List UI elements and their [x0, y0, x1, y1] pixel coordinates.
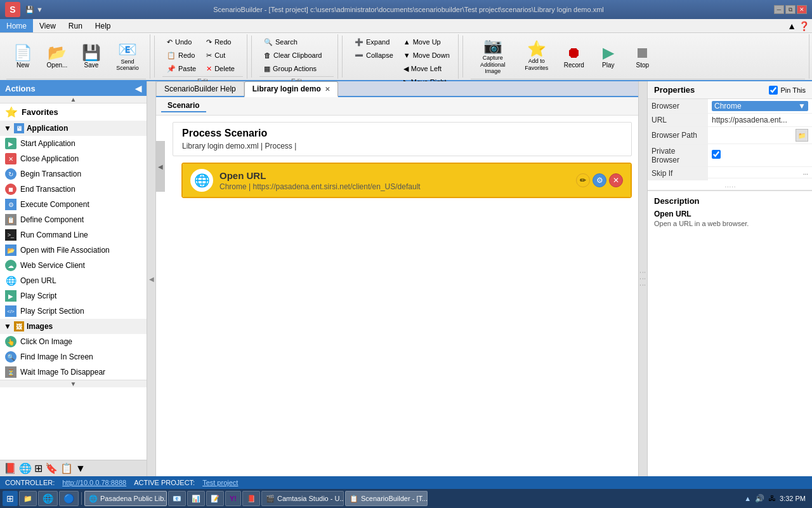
taskbar-excel[interactable]: 📊	[187, 491, 205, 506]
table-icon[interactable]: ⊞	[34, 462, 43, 474]
delete-button[interactable]: ✕ Delete	[202, 62, 239, 75]
web-icon[interactable]: 🌐	[19, 462, 32, 474]
action-delete-icon[interactable]: ✕	[609, 173, 623, 187]
move-down-button[interactable]: ▼ Move Down	[399, 49, 454, 62]
left-collapse-handle[interactable]: ◀	[147, 81, 156, 476]
new-button[interactable]: 📄 New	[6, 36, 39, 77]
minimize-button[interactable]: ─	[774, 5, 784, 14]
restore-button[interactable]: ⧉	[785, 5, 796, 14]
menu-help[interactable]: Help	[89, 19, 117, 32]
taskbar-yahoo[interactable]: Y!	[225, 491, 241, 506]
sidebar-item-close-application[interactable]: ✕ Close Application	[0, 151, 147, 166]
action-block-open-url[interactable]: 🌐 Open URL Chrome | https://pasadena.ent…	[181, 163, 632, 198]
controller-value[interactable]: http://10.0.0.78:8888	[62, 479, 126, 486]
sidebar-item-define-component[interactable]: 📋 Define Component	[0, 212, 147, 227]
sub-tab-scenario[interactable]: Scenario	[161, 100, 206, 112]
taskbar-chrome[interactable]: 🔵	[59, 491, 79, 506]
cut-button[interactable]: ✂ Cut	[202, 49, 239, 62]
copy-button[interactable]: 📋 Redo	[162, 49, 200, 62]
taskbar-start-button[interactable]: ⊞	[3, 491, 18, 506]
sidebar-item-find-image-in-screen[interactable]: 🔍 Find Image In Screen	[0, 349, 147, 364]
sidebar-item-web-service-client[interactable]: ☁ Web Service Client	[0, 258, 147, 273]
send-scenario-button[interactable]: 📧 Send Scenario	[109, 36, 146, 77]
taskbar-file-explorer[interactable]: 📁	[19, 491, 37, 506]
network-icon[interactable]: 🖧	[768, 494, 776, 503]
clear-clipboard-button[interactable]: 🗑 Clear Clipboard	[259, 49, 326, 62]
expand-button[interactable]: ➕ Expand	[350, 36, 398, 48]
tray-arrow[interactable]: ▲	[744, 495, 751, 502]
collapse-button[interactable]: ➖ Collapse	[350, 49, 398, 62]
sidebar-scroll-up[interactable]: ▲	[0, 96, 147, 104]
move-up-button[interactable]: ▲ Move Up	[399, 36, 454, 48]
close-button[interactable]: ✕	[797, 5, 807, 14]
sidebar-item-click-on-image[interactable]: 👆 Click On Image	[0, 334, 147, 349]
sidebar-content[interactable]: ▲ ⭐ Favorites ▼ 🖥 Application ▶ Start Ap…	[0, 96, 147, 460]
prop-value-browser-path[interactable]: 📁	[708, 127, 812, 144]
menu-view[interactable]: View	[33, 19, 62, 32]
more-icon[interactable]: ▼	[75, 463, 86, 474]
sidebar-scroll-down[interactable]: ▼	[0, 380, 147, 387]
browser-path-browse-btn[interactable]: 📁	[796, 129, 808, 142]
tab-scenariobuilder-help[interactable]: ScenarioBuilder Help	[156, 81, 244, 96]
undo-button[interactable]: ↶ Undo	[162, 36, 200, 48]
sidebar-item-open-url[interactable]: 🌐 Open URL	[0, 273, 147, 288]
tab-library-login-demo[interactable]: Library login demo ✕	[244, 81, 338, 97]
prop-value-skip-if[interactable]: ...	[708, 167, 812, 178]
volume-icon[interactable]: 🔊	[755, 494, 764, 503]
private-browser-checkbox[interactable]	[712, 150, 721, 159]
sidebar-item-execute-component[interactable]: ⚙ Execute Component	[0, 197, 147, 212]
sidebar-item-favorites[interactable]: ⭐ Favorites	[0, 104, 147, 121]
sidebar-item-open-with-file-assoc[interactable]: 📂 Open with File Association	[0, 243, 147, 258]
tab-close-icon[interactable]: ✕	[325, 86, 330, 93]
taskbar-camtasia[interactable]: 🎬 Camtasia Studio - U...	[261, 491, 344, 506]
right-collapse-handle[interactable]: ⋮⋮⋮	[638, 81, 647, 476]
stop-button[interactable]: ⏹ Stop	[627, 36, 658, 77]
help-icon[interactable]: ❓	[799, 21, 809, 31]
sidebar-item-begin-transaction[interactable]: ↻ Begin Transaction	[0, 166, 147, 182]
prop-value-private-browser[interactable]	[708, 144, 812, 166]
pin-this-checkbox[interactable]	[769, 86, 778, 95]
sidebar-item-wait-image-disappear[interactable]: ⏳ Wait Image To Disappear	[0, 364, 147, 380]
prop-drag-handle[interactable]: . . . . .	[648, 180, 812, 190]
pin-this-container[interactable]: Pin This	[769, 86, 806, 95]
group-actions-button[interactable]: ▦ Group Actions	[259, 62, 326, 75]
prop-value-url[interactable]: https://pasadena.ent...	[708, 114, 812, 127]
redo-button[interactable]: ↷ Redo	[202, 36, 239, 48]
open-button[interactable]: 📂 Open...	[41, 36, 74, 77]
paste-button[interactable]: 📌 Paste	[162, 62, 200, 75]
clipboard2-icon[interactable]: 📋	[60, 462, 73, 474]
active-project-value[interactable]: Test project	[202, 479, 238, 486]
sidebar-item-end-transaction[interactable]: ⏹ End Transaction	[0, 182, 147, 197]
taskbar-ie[interactable]: 🌐	[38, 491, 58, 506]
sidebar-item-play-script[interactable]: ▶ Play Script	[0, 288, 147, 304]
sidebar-item-play-script-section[interactable]: </> Play Script Section	[0, 304, 147, 319]
ribbon-collapse-btn[interactable]: ▲	[787, 21, 796, 31]
capture-additional-button[interactable]: 📷 Capture Additional Image	[471, 36, 515, 77]
prop-value-browser[interactable]: Chrome ▼	[708, 99, 812, 114]
search-button[interactable]: 🔍 Search	[259, 36, 326, 48]
action-edit-icon[interactable]: ✏	[576, 173, 590, 187]
sidebar-item-start-application[interactable]: ▶ Start Application	[0, 136, 147, 151]
sidebar-category-images[interactable]: ▼ 🖼 Images	[0, 319, 147, 334]
skip-if-ellipsis[interactable]: ...	[803, 169, 808, 176]
browser-dropdown-selected[interactable]: Chrome ▼	[712, 101, 808, 111]
action-config-icon[interactable]: ⚙	[593, 173, 606, 187]
scenario-collapse-toggle[interactable]: ◀	[156, 141, 165, 192]
sidebar-category-application[interactable]: ▼ 🖥 Application	[0, 121, 147, 136]
add-to-favorites-button[interactable]: ⭐ Add to Favorites	[518, 36, 556, 77]
move-left-button[interactable]: ◀ Move Left	[399, 62, 454, 75]
play-button[interactable]: ▶ Play	[593, 36, 624, 77]
taskbar-pasadena[interactable]: 🌐 Pasadena Public Lib...	[84, 491, 167, 506]
sidebar-collapse-btn[interactable]: ◀	[135, 84, 141, 93]
taskbar-acrobat[interactable]: 📕	[242, 491, 260, 506]
menu-home[interactable]: Home	[0, 19, 33, 32]
taskbar-outlook[interactable]: 📧	[168, 491, 186, 506]
taskbar-scenariobuilder[interactable]: 📋 ScenarioBuilder - [T...	[345, 491, 428, 506]
save-button[interactable]: 💾 Save	[75, 36, 108, 77]
taskbar-word[interactable]: 📝	[206, 491, 224, 506]
menu-run[interactable]: Run	[62, 19, 89, 32]
record-button[interactable]: ⏺ Record	[558, 36, 590, 77]
pdf-icon[interactable]: 📕	[4, 462, 16, 474]
bookmark-icon[interactable]: 🔖	[45, 462, 58, 474]
sidebar-item-run-command-line[interactable]: >_ Run Command Line	[0, 227, 147, 243]
